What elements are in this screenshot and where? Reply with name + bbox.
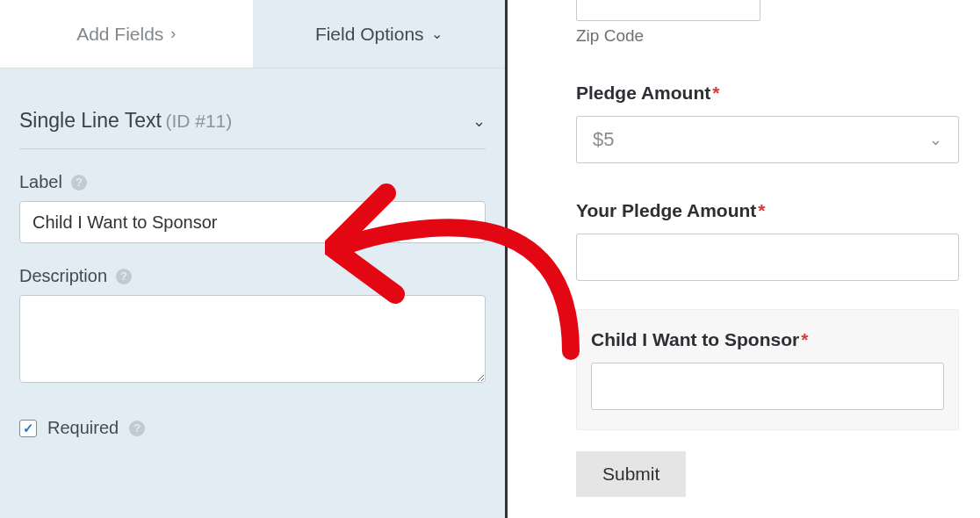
tab-field-options[interactable]: Field Options ⌄	[253, 0, 506, 68]
form-preview: Zip Code Pledge Amount* $5 ⌄ Your Pledge…	[508, 0, 980, 518]
your-pledge-field: Your Pledge Amount*	[576, 200, 959, 281]
zip-row: Zip Code	[576, 0, 959, 46]
required-checkbox[interactable]: ✓	[19, 420, 37, 437]
your-pledge-input[interactable]	[576, 234, 959, 281]
required-row[interactable]: ✓ Required ?	[19, 418, 486, 438]
submit-button[interactable]: Submit	[576, 451, 686, 497]
required-asterisk: *	[758, 200, 765, 220]
collapse-icon[interactable]: ⌄	[472, 112, 486, 131]
pledge-amount-select[interactable]: $5 ⌄	[576, 116, 959, 163]
required-label: Required	[47, 418, 119, 438]
help-icon[interactable]: ?	[71, 175, 87, 191]
description-heading: Description ?	[19, 266, 486, 286]
field-type-title: Single Line Text	[19, 109, 162, 132]
help-icon[interactable]: ?	[129, 421, 145, 436]
field-options-panel: Add Fields › Field Options ⌄ Single Line…	[0, 0, 508, 518]
label-heading: Label ?	[19, 172, 486, 192]
your-pledge-label: Your Pledge Amount*	[576, 200, 959, 221]
label-group: Label ?	[19, 172, 486, 243]
required-asterisk: *	[801, 329, 808, 349]
chevron-right-icon: ›	[170, 25, 176, 43]
field-header[interactable]: Single Line Text (ID #11) ⌄	[19, 88, 486, 149]
label-input[interactable]	[19, 201, 486, 243]
label-heading-text: Label	[19, 172, 62, 192]
chevron-down-icon: ⌄	[929, 130, 942, 149]
description-heading-text: Description	[19, 266, 107, 286]
description-group: Description ?	[19, 266, 486, 386]
field-id-text: (ID #11)	[165, 111, 232, 131]
pledge-amount-label-text: Pledge Amount	[576, 83, 710, 103]
help-icon[interactable]: ?	[116, 269, 132, 284]
sponsor-label: Child I Want to Sponsor*	[591, 329, 944, 350]
zip-input[interactable]	[576, 0, 760, 21]
zip-label: Zip Code	[576, 26, 959, 46]
chevron-down-icon: ⌄	[431, 25, 443, 42]
pledge-amount-field: Pledge Amount* $5 ⌄	[576, 83, 959, 163]
sponsor-input[interactable]	[591, 363, 944, 410]
description-textarea[interactable]	[19, 295, 486, 383]
selected-field-card[interactable]: Child I Want to Sponsor*	[576, 309, 959, 430]
tab-add-fields-label: Add Fields	[76, 24, 163, 45]
tab-field-options-label: Field Options	[315, 24, 424, 45]
field-title-wrap: Single Line Text (ID #11)	[19, 109, 232, 133]
sponsor-label-text: Child I Want to Sponsor	[591, 329, 799, 349]
pledge-amount-label: Pledge Amount*	[576, 83, 959, 104]
panel-tabs: Add Fields › Field Options ⌄	[0, 0, 505, 68]
your-pledge-label-text: Your Pledge Amount	[576, 200, 756, 220]
pledge-amount-value: $5	[593, 128, 614, 151]
tab-add-fields[interactable]: Add Fields ›	[0, 0, 253, 68]
panel-body: Single Line Text (ID #11) ⌄ Label ? Desc…	[0, 68, 505, 438]
required-asterisk: *	[712, 83, 719, 103]
